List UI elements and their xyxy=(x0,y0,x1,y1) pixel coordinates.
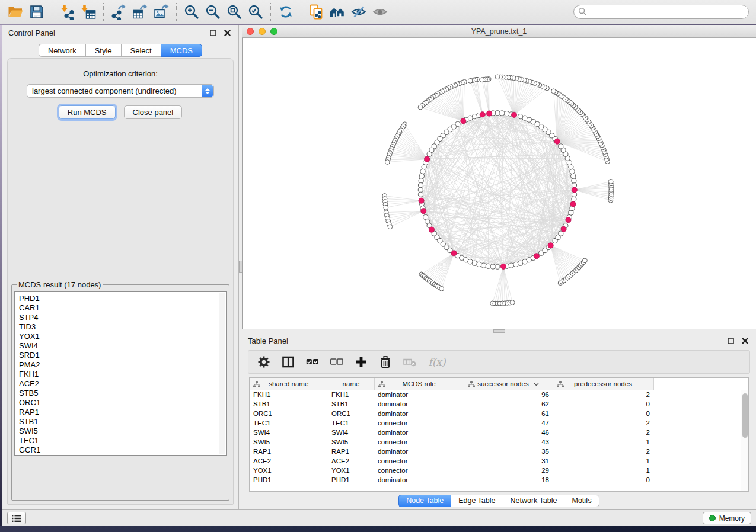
tab-select[interactable]: Select xyxy=(121,44,161,57)
cell-successor-nodes[interactable]: 29 xyxy=(464,466,553,475)
mcds-result-item[interactable]: SWI5 xyxy=(19,427,226,436)
tab-motifs[interactable]: Motifs xyxy=(564,495,599,507)
network-hub-node[interactable] xyxy=(451,251,457,256)
cell-mcds-role[interactable]: dominator xyxy=(374,409,464,418)
cell-name[interactable]: SWI4 xyxy=(328,428,374,437)
cell-mcds-role[interactable]: connector xyxy=(374,456,464,466)
network-hub-node[interactable] xyxy=(511,112,516,117)
network-hub-node[interactable] xyxy=(421,209,426,214)
cell-successor-nodes[interactable]: 31 xyxy=(464,456,553,466)
cell-name[interactable]: ORC1 xyxy=(328,409,374,418)
select-all-rows-button[interactable] xyxy=(305,355,320,369)
cell-name[interactable]: RAP1 xyxy=(328,447,374,456)
table-row[interactable]: SWI5SWI5connector431 xyxy=(250,437,748,447)
tab-network[interactable]: Network xyxy=(39,44,85,57)
column-header-successor-nodes[interactable]: successor nodes xyxy=(464,378,553,390)
column-header-shared-name[interactable]: shared name xyxy=(250,378,328,390)
cell-successor-nodes[interactable]: 62 xyxy=(464,399,553,409)
run-mcds-button[interactable]: Run MCDS xyxy=(59,105,116,119)
tab-mcds[interactable]: MCDS xyxy=(161,44,202,57)
network-hub-node[interactable] xyxy=(480,112,485,117)
cell-shared-name[interactable]: FKH1 xyxy=(250,390,328,399)
mcds-result-item[interactable]: CAR1 xyxy=(19,303,226,313)
cell-mcds-role[interactable]: dominator xyxy=(374,428,464,437)
tab-network-table[interactable]: Network Table xyxy=(503,495,564,507)
cell-predecessor-nodes[interactable]: 2 xyxy=(553,418,653,428)
optimization-criterion-select[interactable]: largest connected component (undirected) xyxy=(27,84,214,98)
zoom-selected-button[interactable] xyxy=(245,1,266,23)
cell-mcds-role[interactable]: connector xyxy=(374,418,464,428)
cell-successor-nodes[interactable]: 18 xyxy=(464,475,553,485)
close-panel-icon[interactable] xyxy=(222,28,232,37)
network-hub-node[interactable] xyxy=(572,187,577,193)
tab-node-table[interactable]: Node Table xyxy=(398,495,451,507)
first-neighbors-of-selected-button[interactable] xyxy=(327,1,348,23)
cell-predecessor-nodes[interactable]: 2 xyxy=(553,390,653,399)
cell-successor-nodes[interactable]: 46 xyxy=(464,428,553,437)
cell-name[interactable]: FKH1 xyxy=(328,390,374,399)
import-network-from-file-button[interactable] xyxy=(56,1,78,23)
cell-shared-name[interactable]: SWI5 xyxy=(250,437,328,447)
mcds-result-list[interactable]: PHD1CAR1STP4TID3YOX1SWI4SRD1PMA2FKH1ACE2… xyxy=(14,291,227,456)
column-header-predecessor-nodes[interactable]: predecessor nodes xyxy=(553,378,653,390)
network-hub-node[interactable] xyxy=(566,217,571,223)
network-hub-node[interactable] xyxy=(486,111,492,116)
close-window-icon[interactable] xyxy=(247,28,254,35)
minimize-window-icon[interactable] xyxy=(259,28,266,35)
table-settings-button[interactable] xyxy=(257,355,271,369)
open-session-button[interactable] xyxy=(5,1,26,23)
close-panel-button[interactable]: Close panel xyxy=(124,105,183,119)
search-input[interactable] xyxy=(573,5,749,19)
table-scrollbar-thumb[interactable] xyxy=(742,393,748,438)
zoom-fit-content-button[interactable] xyxy=(224,1,245,23)
cell-predecessor-nodes[interactable]: 1 xyxy=(553,456,653,466)
memory-button[interactable]: Memory xyxy=(703,512,751,524)
new-network-from-selection-button[interactable] xyxy=(305,1,327,23)
tab-edge-table[interactable]: Edge Table xyxy=(451,495,502,507)
float-panel-icon[interactable] xyxy=(208,28,218,37)
table-row[interactable]: ACE2ACE2connector311 xyxy=(250,456,748,466)
table-row[interactable]: ORC1ORC1dominator610 xyxy=(250,409,748,418)
cell-shared-name[interactable]: TEC1 xyxy=(250,418,328,428)
cell-shared-name[interactable]: PHD1 xyxy=(250,475,328,485)
cell-predecessor-nodes[interactable]: 1 xyxy=(553,466,653,475)
float-table-panel-icon[interactable] xyxy=(725,336,736,345)
network-hub-node[interactable] xyxy=(570,201,576,207)
mcds-result-item[interactable]: GCR1 xyxy=(19,446,226,455)
cell-successor-nodes[interactable]: 96 xyxy=(464,390,553,399)
cell-mcds-role[interactable]: dominator xyxy=(374,390,464,399)
zoom-out-button[interactable] xyxy=(202,1,224,23)
cell-successor-nodes[interactable]: 35 xyxy=(464,447,553,456)
network-hub-node[interactable] xyxy=(534,254,539,259)
cell-predecessor-nodes[interactable]: 2 xyxy=(553,447,653,456)
mcds-result-item[interactable]: PMA2 xyxy=(19,360,226,370)
mcds-result-item[interactable]: FKH1 xyxy=(19,370,226,379)
splitter-grip-horizontal[interactable] xyxy=(493,329,505,333)
cell-predecessor-nodes[interactable]: 1 xyxy=(553,437,653,447)
cell-predecessor-nodes[interactable]: 0 xyxy=(553,399,653,409)
network-graph[interactable] xyxy=(243,38,756,329)
cell-mcds-role[interactable]: dominator xyxy=(374,399,464,409)
table-mode-button[interactable] xyxy=(281,355,295,369)
table-row[interactable]: YOX1YOX1connector291 xyxy=(250,466,748,475)
cell-name[interactable]: TEC1 xyxy=(328,418,374,428)
maximize-window-icon[interactable] xyxy=(270,28,277,35)
cell-successor-nodes[interactable]: 43 xyxy=(464,437,553,447)
show-all-button[interactable] xyxy=(369,1,391,23)
mcds-result-item[interactable]: ACE2 xyxy=(19,379,226,389)
network-hub-node[interactable] xyxy=(561,226,566,232)
cell-predecessor-nodes[interactable]: 0 xyxy=(553,475,653,485)
table-row[interactable]: PHD1PHD1dominator180 xyxy=(250,475,748,485)
cell-successor-nodes[interactable]: 61 xyxy=(464,409,553,418)
mcds-result-item[interactable]: RAP1 xyxy=(19,408,226,417)
mcds-result-item[interactable]: TID3 xyxy=(19,322,226,332)
table-row[interactable]: STB1STB1dominator620 xyxy=(250,399,748,409)
table-row[interactable]: FKH1FKH1dominator962 xyxy=(250,390,748,399)
network-hub-node[interactable] xyxy=(500,264,506,269)
close-table-panel-icon[interactable] xyxy=(739,336,750,345)
cell-predecessor-nodes[interactable]: 2 xyxy=(553,428,653,437)
table-row[interactable]: TEC1TEC1connector472 xyxy=(250,418,748,428)
cell-successor-nodes[interactable]: 47 xyxy=(464,418,553,428)
export-network-button[interactable] xyxy=(108,1,129,23)
tab-style[interactable]: Style xyxy=(85,44,121,57)
